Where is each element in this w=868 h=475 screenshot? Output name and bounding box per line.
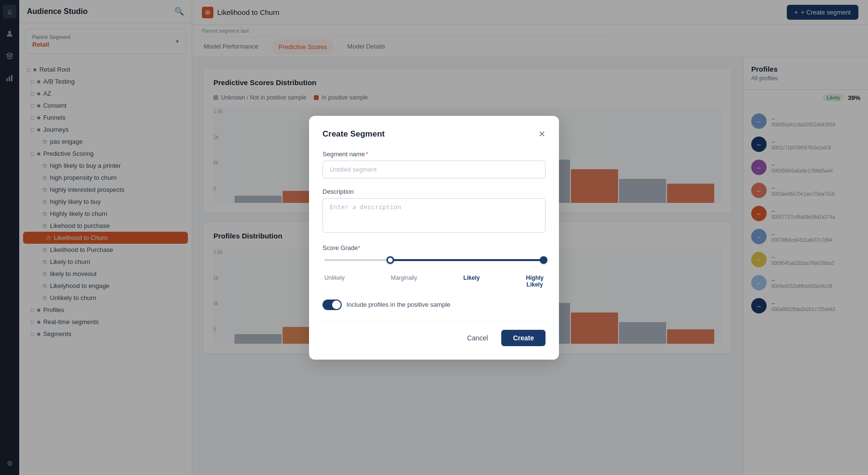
toggle-label: Include profiles in the positive sample: [347, 301, 450, 308]
description-label: Description: [322, 188, 546, 195]
modal-close-button[interactable]: ✕: [538, 130, 546, 138]
slider-label-likely: Likely: [463, 275, 480, 288]
score-grade-container: Score Grade* Unlikely Marginally Likely …: [322, 244, 546, 288]
description-input[interactable]: [322, 198, 546, 233]
slider-wrapper: Unlikely Marginally Likely HighlyLikely: [322, 259, 546, 288]
required-marker: *: [366, 150, 368, 158]
segment-name-input[interactable]: [322, 161, 546, 178]
close-icon: ✕: [538, 129, 546, 139]
modal-overlay[interactable]: Create Segment ✕ Segment name* Descripti…: [0, 0, 868, 475]
toggle-row: Include profiles in the positive sample: [322, 300, 546, 310]
toggle-knob: [332, 300, 341, 309]
slider-label-marginally: Marginally: [391, 275, 417, 288]
create-segment-modal: Create Segment ✕ Segment name* Descripti…: [309, 116, 559, 360]
include-positive-toggle[interactable]: [322, 300, 342, 310]
slider-label-highly-likely: HighlyLikely: [526, 275, 544, 288]
modal-title: Create Segment: [322, 129, 384, 139]
create-button[interactable]: Create: [501, 330, 546, 346]
segment-name-label: Segment name*: [322, 150, 546, 158]
modal-footer: Cancel Create: [322, 322, 546, 346]
cancel-button[interactable]: Cancel: [459, 330, 496, 346]
slider-track: [324, 259, 544, 261]
slider-label-unlikely: Unlikely: [324, 275, 345, 288]
score-grade-label: Score Grade*: [322, 244, 546, 251]
slider-labels: Unlikely Marginally Likely HighlyLikely: [324, 275, 544, 288]
slider-fill: [390, 259, 544, 261]
modal-header: Create Segment ✕: [322, 129, 546, 139]
slider-thumb-right[interactable]: [540, 256, 547, 264]
slider-thumb-left[interactable]: [386, 256, 394, 264]
description-group: Description: [322, 188, 546, 235]
segment-name-group: Segment name*: [322, 150, 546, 178]
required-marker: *: [358, 244, 360, 251]
